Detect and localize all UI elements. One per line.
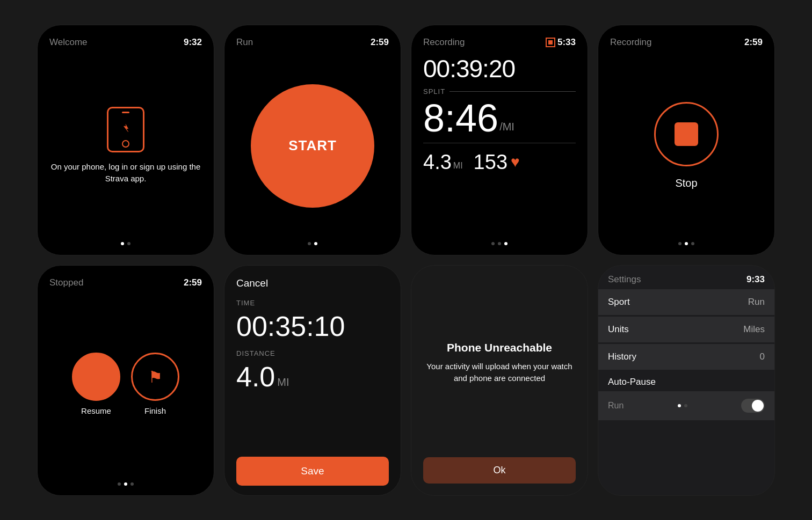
screen-stop: Recording 2:59 Stop bbox=[598, 25, 775, 255]
stats-row: 4.3 MI 153 ♥ bbox=[423, 151, 576, 174]
unreachable-title: Phone Unreachable bbox=[423, 341, 576, 354]
save-distance-value: 4.0 MI bbox=[236, 362, 389, 392]
run-content: START bbox=[236, 54, 389, 238]
settings-row-history[interactable]: History 0 bbox=[598, 344, 774, 370]
run-title: Run bbox=[236, 37, 253, 48]
finish-button[interactable]: ⚑ bbox=[131, 353, 179, 401]
split-row: SPLIT bbox=[423, 87, 576, 96]
split-line bbox=[450, 91, 576, 92]
welcome-content: On your phone, log in or sign up using t… bbox=[49, 54, 202, 238]
dot-1 bbox=[308, 242, 311, 245]
settings-title: Settings bbox=[608, 274, 641, 285]
recording-icon bbox=[546, 38, 555, 47]
finish-label: Finish bbox=[144, 406, 166, 415]
page-dots-sub bbox=[678, 404, 687, 407]
welcome-title: Welcome bbox=[49, 37, 88, 48]
distance-unit: MI bbox=[277, 376, 289, 388]
screen-stopped: Stopped 2:59 Resume ⚑ Finish bbox=[37, 265, 214, 496]
split-number: 8:46 bbox=[423, 99, 498, 137]
distance-stat: 4.3 MI bbox=[423, 151, 463, 174]
start-label: START bbox=[288, 137, 337, 154]
split-label: SPLIT bbox=[423, 87, 445, 96]
dot-2 bbox=[314, 242, 317, 245]
history-label: History bbox=[608, 351, 636, 362]
stopped-time: 2:59 bbox=[184, 277, 202, 288]
stop-title: Recording bbox=[610, 37, 652, 48]
unreachable-content: Phone Unreachable Your activity will upl… bbox=[423, 277, 576, 486]
run-header: Run 2:59 bbox=[236, 37, 389, 48]
welcome-dots bbox=[49, 242, 202, 245]
save-content: TIME 00:35:10 DISTANCE 4.0 MI Save bbox=[236, 296, 389, 486]
screen-settings: Settings 9:33 Sport Run Units Miles Hist… bbox=[598, 265, 775, 496]
distance-section-label: DISTANCE bbox=[236, 349, 389, 357]
screen-save: Cancel TIME 00:35:10 DISTANCE 4.0 MI Sav… bbox=[224, 265, 401, 496]
save-button[interactable]: Save bbox=[236, 457, 389, 486]
stopped-title: Stopped bbox=[49, 277, 83, 288]
stop-label: Stop bbox=[675, 177, 697, 189]
dot-3 bbox=[130, 482, 134, 486]
unreachable-body: Your activity will upload when your watc… bbox=[423, 361, 576, 385]
stop-button[interactable] bbox=[654, 102, 719, 166]
sport-label: Sport bbox=[608, 297, 630, 307]
dot-1 bbox=[118, 482, 121, 486]
heart-icon: ♥ bbox=[511, 153, 520, 171]
sport-value: Run bbox=[748, 297, 765, 307]
distance-value: 4.3 bbox=[423, 151, 452, 174]
save-header: Cancel bbox=[236, 277, 389, 289]
settings-row-units[interactable]: Units Miles bbox=[598, 317, 774, 342]
split-unit: /MI bbox=[499, 121, 514, 132]
dot-3 bbox=[691, 242, 694, 245]
distance-val: 4.0 bbox=[236, 362, 275, 392]
welcome-time: 9:32 bbox=[184, 37, 202, 48]
welcome-text: On your phone, log in or sign up using t… bbox=[49, 161, 202, 185]
autopause-toggle[interactable] bbox=[741, 399, 765, 413]
recording-content: 00:39:20 SPLIT 8:46 /MI 4.3 MI 153 ♥ bbox=[423, 54, 576, 238]
save-time-value: 00:35:10 bbox=[236, 311, 389, 342]
settings-header: Settings 9:33 bbox=[598, 274, 774, 285]
dot-2 bbox=[498, 242, 501, 245]
stop-content: Stop bbox=[610, 54, 763, 238]
autopause-label: Auto-Pause bbox=[598, 371, 774, 390]
rec-inner bbox=[548, 40, 553, 45]
dot-3 bbox=[504, 242, 508, 245]
screen-welcome: Welcome 9:32 On your phone, log in or si… bbox=[37, 25, 214, 255]
run-time: 2:59 bbox=[371, 37, 389, 48]
unreachable-text-wrap: Phone Unreachable Your activity will upl… bbox=[423, 277, 576, 449]
autopause-sub-label: Run bbox=[608, 401, 624, 411]
phone-icon bbox=[107, 107, 144, 152]
history-value: 0 bbox=[760, 351, 765, 362]
start-button[interactable]: START bbox=[251, 84, 374, 208]
strava-logo-icon bbox=[118, 122, 133, 137]
resume-button[interactable] bbox=[72, 353, 120, 401]
resume-label: Resume bbox=[81, 406, 111, 415]
ok-button[interactable]: Ok bbox=[423, 457, 576, 484]
stopped-content: Resume ⚑ Finish bbox=[49, 295, 202, 478]
run-dots bbox=[236, 242, 389, 245]
welcome-header: Welcome 9:32 bbox=[49, 37, 202, 48]
stats-divider bbox=[423, 143, 576, 143]
distance-unit: MI bbox=[453, 161, 463, 171]
dot-1 bbox=[491, 242, 495, 245]
screen-run: Run 2:59 START bbox=[224, 25, 401, 255]
flag-icon: ⚑ bbox=[148, 368, 163, 386]
stopped-buttons: Resume ⚑ Finish bbox=[72, 353, 179, 415]
settings-row-sport[interactable]: Sport Run bbox=[598, 289, 774, 315]
recording-dots bbox=[423, 242, 576, 245]
rec-icon-wrap: 5:33 bbox=[546, 37, 576, 48]
recording-title: Recording bbox=[423, 37, 465, 48]
cancel-button[interactable]: Cancel bbox=[236, 277, 268, 289]
stopped-dots bbox=[49, 482, 202, 486]
dot-2 bbox=[685, 242, 688, 245]
dot-2 bbox=[127, 242, 130, 245]
dot-1 bbox=[678, 242, 682, 245]
units-value: Miles bbox=[743, 324, 765, 335]
settings-list: Sport Run Units Miles History 0 Auto-Pau… bbox=[598, 289, 774, 495]
time-section-label: TIME bbox=[236, 299, 389, 307]
stop-time: 2:59 bbox=[744, 37, 763, 48]
dot-2 bbox=[124, 482, 127, 486]
ok-label: Ok bbox=[493, 465, 505, 476]
heart-rate-stat: 153 ♥ bbox=[474, 151, 520, 174]
dot-1 bbox=[121, 242, 124, 245]
stop-dots bbox=[610, 242, 763, 245]
recording-header: Recording 5:33 bbox=[423, 37, 576, 48]
